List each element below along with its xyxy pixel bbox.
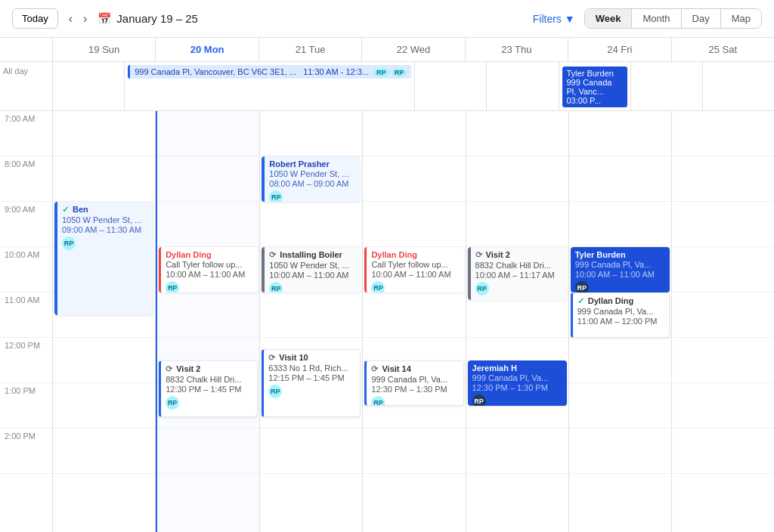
event-thu-visit2[interactable]: ⟳ Visit 2 8832 Chalk Hill Dri... 10:00 A…	[468, 247, 567, 300]
allday-cell-mon: 999 Canada Pl, Vancouver, BC V6C 3E1, ..…	[125, 62, 415, 110]
fri-12pm	[569, 338, 671, 383]
allday-cell-thu: Tyler Burden 999 Canada Pl, Vanc... 03:0…	[559, 62, 631, 110]
wed-11am	[363, 292, 465, 338]
time-label-7am: 7:00 AM	[0, 111, 52, 156]
calendar-header: Today ‹ › 📅 January 19 – 25 Filters ▼ We…	[0, 0, 774, 38]
fri-8am	[569, 156, 671, 202]
thu-7am	[466, 111, 568, 156]
prev-button[interactable]: ‹	[64, 9, 77, 29]
sun-2pm	[53, 428, 155, 474]
event-thu-jeremiah[interactable]: Jeremiah H 999 Canada Pl, Va... 12:30 PM…	[468, 360, 567, 406]
sync-icon: ⟳	[269, 250, 276, 259]
day-columns: ✓ Ben 1050 W Pender St, ... 09:00 AM – 1…	[53, 111, 774, 532]
event-wed-dyllan[interactable]: Dyllan Ding Call Tyler follow up... 10:0…	[364, 247, 463, 292]
event-mon-dyllan[interactable]: Dyllan Ding Call Tyler follow up... 10:0…	[159, 247, 258, 292]
fri-7am	[569, 111, 671, 156]
event-badge-rp: RP	[269, 190, 283, 202]
mon-8am	[157, 156, 259, 202]
day-view-button[interactable]: Day	[682, 9, 721, 28]
check-icon: ✓	[577, 296, 584, 305]
day-header-sun: 19 Sun	[53, 38, 156, 61]
sun-8am	[53, 156, 155, 202]
calendar-icon: 📅	[98, 12, 112, 26]
sat-2pm	[672, 428, 774, 474]
sat-1pm	[672, 383, 774, 428]
sat-11am	[672, 292, 774, 338]
tue-11am	[260, 292, 362, 338]
filters-button[interactable]: Filters ▼	[533, 13, 575, 25]
thu-allday-title[interactable]: Tyler Burden 999 Canada Pl, Vanc... 03:0…	[567, 69, 618, 105]
day-col-wed: Dyllan Ding Call Tyler follow up... 10:0…	[363, 111, 466, 532]
date-range: 📅 January 19 – 25	[98, 12, 198, 26]
wed-8am	[363, 156, 465, 202]
mon-7am	[157, 111, 259, 156]
day-header-tue: 21 Tue	[259, 38, 362, 61]
event-tue-boiler[interactable]: ⟳ Installing Boiler 1050 W Pender St, ..…	[262, 247, 361, 292]
month-view-button[interactable]: Month	[632, 9, 681, 28]
time-label-9am: 9:00 AM	[0, 202, 52, 247]
event-fri-tyler[interactable]: Tyler Burden 999 Canada Pl, Va... 10:00 …	[571, 247, 670, 292]
allday-cell-fri	[631, 62, 703, 110]
map-view-button[interactable]: Map	[721, 9, 761, 28]
day-header-thu: 23 Thu	[466, 38, 568, 61]
event-badge-rp: RP	[475, 282, 489, 295]
sun-1pm	[53, 383, 155, 428]
sync-icon: ⟳	[475, 250, 482, 259]
wed-7am	[363, 111, 465, 156]
mon-2pm	[157, 428, 259, 474]
time-label-10am: 10:00 AM	[0, 247, 52, 292]
event-mon-visit2[interactable]: ⟳ Visit 2 8832 Chalk Hill Dri... 12:30 P…	[159, 360, 258, 417]
wed-9am	[363, 202, 465, 247]
tue-7am	[260, 111, 362, 156]
chevron-down-icon: ▼	[565, 13, 575, 25]
time-label-2pm: 2:00 PM	[0, 428, 52, 474]
allday-cell-tue	[415, 62, 487, 110]
day-col-thu: ⟳ Visit 2 8832 Chalk Hill Dri... 10:00 A…	[466, 111, 569, 532]
today-button[interactable]: Today	[12, 8, 58, 29]
allday-cell-sat	[703, 62, 774, 110]
day-header-fri: 24 Fri	[568, 38, 671, 61]
sat-9am	[672, 202, 774, 247]
event-ben[interactable]: ✓ Ben 1050 W Pender St, ... 09:00 AM – 1…	[54, 202, 153, 315]
sat-8am	[672, 156, 774, 202]
event-badge-rp: RP	[166, 396, 179, 410]
day-col-mon: Dyllan Ding Call Tyler follow up... 10:0…	[156, 111, 260, 532]
sat-12pm	[672, 338, 774, 383]
day-col-tue: Robert Prasher 1050 W Pender St, ... 08:…	[260, 111, 363, 532]
next-button[interactable]: ›	[79, 9, 91, 29]
time-label-11am: 11:00 AM	[0, 292, 52, 338]
allday-badge-rp1: RP	[373, 68, 389, 77]
thu-8am	[466, 156, 568, 202]
event-badge-rp: RP	[472, 394, 486, 406]
check-icon: ✓	[62, 205, 69, 214]
mon-9am	[157, 202, 259, 247]
allday-cells: 999 Canada Pl, Vancouver, BC V6C 3E1, ..…	[53, 62, 774, 110]
day-header-wed: 22 Wed	[362, 38, 465, 61]
thu-9am	[466, 202, 568, 247]
thu-2pm	[466, 428, 568, 474]
allday-badge-rp2: RP	[392, 68, 407, 77]
calendar-body: 19 Sun 20 Mon 21 Tue 22 Wed 23 Thu 24 Fr…	[0, 38, 774, 532]
event-wed-visit14[interactable]: ⟳ Visit 14 999 Canada Pl, Va... 12:30 PM…	[364, 360, 463, 406]
wed-2pm	[363, 428, 465, 474]
event-fri-dyllan[interactable]: ✓ Dyllan Ding 999 Canada Pl, Va... 11:00…	[571, 292, 670, 338]
sun-12pm	[53, 338, 155, 383]
time-label-header	[0, 38, 53, 61]
time-label-12pm: 12:00 PM	[0, 338, 52, 383]
event-badge-rp: RP	[268, 385, 282, 398]
day-headers-row: 19 Sun 20 Mon 21 Tue 22 Wed 23 Thu 24 Fr…	[0, 38, 774, 62]
sat-7am	[672, 111, 774, 156]
day-col-sat	[672, 111, 774, 532]
week-view-button[interactable]: Week	[585, 9, 633, 28]
header-right: Filters ▼ Week Month Day Map	[533, 8, 762, 29]
time-grid: 7:00 AM 8:00 AM 9:00 AM 10:00 AM 11:00 A…	[0, 111, 774, 532]
event-tue-robert[interactable]: Robert Prasher 1050 W Pender St, ... 08:…	[262, 156, 361, 202]
allday-row: All day 999 Canada Pl, Vancouver, BC V6C…	[0, 62, 774, 111]
day-header-sat: 25 Sat	[672, 38, 774, 61]
allday-event-title[interactable]: 999 Canada Pl, Vancouver, BC V6C 3E1, ..…	[135, 67, 369, 76]
sun-7am	[53, 111, 155, 156]
event-tue-visit10[interactable]: ⟳ Visit 10 6333 No 1 Rd, Rich... 12:15 P…	[262, 349, 361, 417]
tue-9am	[260, 202, 362, 247]
event-badge-rp: RP	[269, 282, 283, 292]
time-label-1pm: 1:00 PM	[0, 383, 52, 428]
